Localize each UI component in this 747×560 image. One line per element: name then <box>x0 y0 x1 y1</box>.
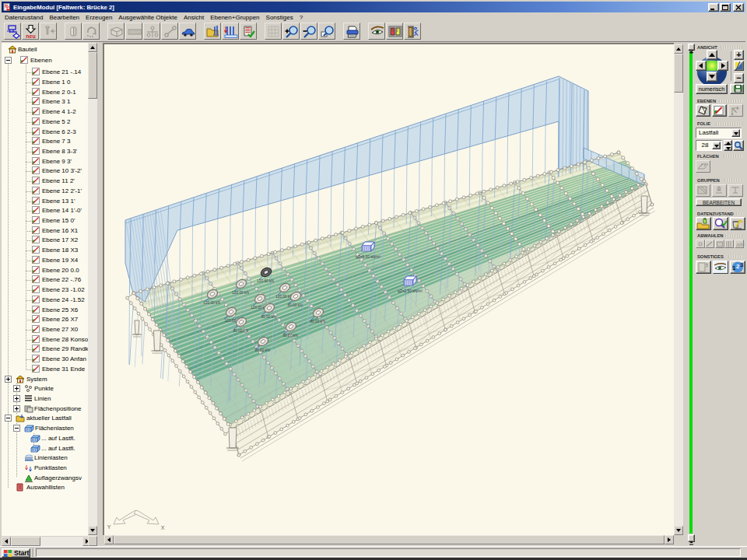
svg-text:X: X <box>161 525 165 530</box>
svg-text:3: 3 <box>740 261 744 268</box>
svg-text:neu: neu <box>26 33 35 39</box>
svg-text:120.00: 120.00 <box>225 319 237 323</box>
svg-text:80.00 kN: 80.00 kN <box>233 329 248 333</box>
svg-text:80.00 kN: 80.00 kN <box>282 334 298 338</box>
svg-text:80.00 kN: 80.00 kN <box>254 348 270 352</box>
svg-text:120.60 kN: 120.60 kN <box>257 279 274 283</box>
svg-text:Y: Y <box>107 524 111 530</box>
svg-text:120.00 kN: 120.00 kN <box>232 291 249 295</box>
svg-text:qZ=2.50 kN/m²: qZ=2.50 kN/m² <box>398 289 423 293</box>
svg-text:80.00 kN: 80.00 kN <box>261 315 276 319</box>
svg-text:120.00 kN: 120.00 kN <box>203 301 220 305</box>
svg-text:80.00 kN: 80.00 kN <box>310 320 325 324</box>
svg-text:80.00 kN: 80.00 kN <box>287 303 303 307</box>
svg-text:alle: alle <box>736 242 745 247</box>
svg-text:qZ=9.00 kN/m²: qZ=9.00 kN/m² <box>356 255 381 259</box>
